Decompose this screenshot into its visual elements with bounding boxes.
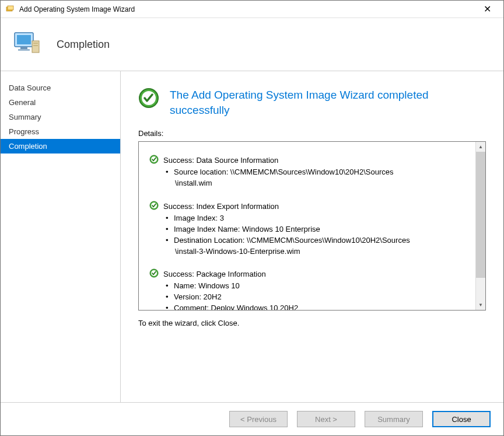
close-button[interactable]: Close — [432, 411, 491, 427]
svg-rect-8 — [33, 45, 38, 46]
section-index-export: Success: Index Export Information Image … — [149, 201, 471, 257]
titlebar: Add Operating System Image Wizard ✕ — [1, 1, 503, 18]
close-icon[interactable]: ✕ — [475, 4, 499, 15]
detail-item: Source location: \\CMMEMCM\Sources\Windo… — [173, 167, 471, 189]
details-content: Success: Data Source Information Source … — [139, 142, 475, 310]
scroll-thumb[interactable] — [476, 152, 485, 278]
window-title: Add Operating System Image Wizard — [19, 5, 475, 13]
sidebar-item-general[interactable]: General — [1, 95, 120, 110]
details-box: Success: Data Source Information Source … — [138, 141, 486, 311]
computer-icon — [12, 29, 43, 60]
banner-step-title: Completion — [57, 39, 110, 51]
scroll-up-icon[interactable]: ▲ — [476, 142, 485, 152]
previous-button: < Previous — [229, 411, 288, 427]
detail-item: Version: 20H2 — [173, 292, 471, 303]
section-package: Success: Package Information Name: Windo… — [149, 268, 471, 310]
content-panel: The Add Operating System Image Wizard co… — [121, 71, 503, 402]
scrollbar[interactable]: ▲ ▼ — [475, 142, 485, 310]
detail-item: Name: Windows 10 — [173, 281, 471, 292]
detail-item: Image Index: 3 — [173, 213, 471, 224]
section-title: Success: Package Information — [163, 270, 266, 278]
section-data-source: Success: Data Source Information Source … — [149, 155, 471, 189]
sidebar-item-completion[interactable]: Completion — [1, 139, 120, 154]
scroll-track[interactable] — [476, 152, 485, 300]
next-button: Next > — [297, 411, 355, 427]
success-icon — [149, 201, 159, 212]
headline-text: The Add Operating System Image Wizard co… — [170, 88, 486, 117]
sidebar: Data Source General Summary Progress Com… — [1, 71, 120, 402]
sidebar-item-summary[interactable]: Summary — [1, 110, 120, 124]
summary-button: Summary — [365, 411, 423, 427]
footer: < Previous Next > Summary Close — [1, 402, 503, 435]
section-title: Success: Index Export Information — [163, 202, 279, 211]
svg-rect-5 — [18, 49, 30, 51]
svg-rect-7 — [33, 43, 38, 44]
success-check-icon — [138, 88, 159, 110]
detail-item: Comment: Deploy Windows 10 20H2 — [173, 303, 471, 310]
app-icon — [5, 5, 15, 14]
body: Data Source General Summary Progress Com… — [1, 71, 503, 402]
sidebar-item-progress[interactable]: Progress — [1, 124, 120, 139]
detail-item: Destination Location: \\CMMEMCM\Sources\… — [173, 235, 471, 257]
exit-note: To exit the wizard, click Close. — [138, 319, 486, 327]
section-title: Success: Data Source Information — [163, 156, 278, 165]
wizard-window: Add Operating System Image Wizard ✕ Comp… — [0, 0, 504, 436]
svg-rect-4 — [20, 47, 27, 49]
svg-rect-1 — [8, 6, 13, 10]
success-icon — [149, 268, 159, 280]
headline: The Add Operating System Image Wizard co… — [138, 88, 486, 117]
details-label: Details: — [138, 129, 486, 138]
sidebar-item-data-source[interactable]: Data Source — [1, 81, 120, 95]
banner: Completion — [1, 18, 503, 71]
detail-item: Image Index Name: Windows 10 Enterprise — [173, 224, 471, 235]
success-icon — [149, 155, 159, 166]
svg-rect-3 — [17, 35, 31, 44]
scroll-down-icon[interactable]: ▼ — [476, 300, 485, 310]
